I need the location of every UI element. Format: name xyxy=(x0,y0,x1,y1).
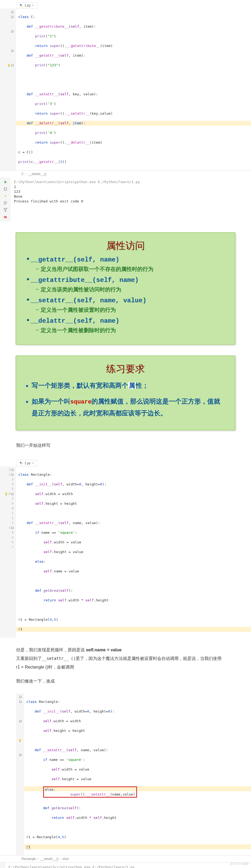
console-body[interactable]: E:\Python\learn\venv\Scripts\python.exe … xyxy=(5,863,251,868)
slide-desc: 定义当用户试图获取一个不存在的属性时的行为 xyxy=(36,266,225,273)
tab-label: 1.py xyxy=(25,461,31,465)
svg-point-1 xyxy=(21,5,23,7)
slide-item: __delattr__(self, name) xyxy=(26,317,225,324)
filter-icon[interactable] xyxy=(3,208,8,212)
console-gutter xyxy=(0,863,5,868)
svg-rect-3 xyxy=(4,216,7,218)
slide-title: 练习要求 xyxy=(26,363,225,376)
gutter: 1 2 3 4 5 💡6 7 8 9 1 1 1 3 4 4 6 7 xyxy=(0,466,16,638)
down-icon[interactable] xyxy=(3,193,8,198)
console-gutter xyxy=(0,178,11,221)
close-icon[interactable]: × xyxy=(32,3,34,7)
code-editor-2: 1 2 3 4 5 💡6 7 8 9 1 1 1 3 4 4 6 7 class… xyxy=(0,466,251,638)
article-text: 但是，我们发现是死循环，原因是说 self.name = value xyxy=(16,646,235,654)
slide-desc: 定义当一个属性被删除时的行为 xyxy=(36,327,225,334)
print-icon[interactable] xyxy=(3,215,8,219)
article-text: 我们修改一下，改成 xyxy=(16,677,235,685)
slide-attribute-access: 属性访问 __getattr__(self, name) 定义当用户试图获取一个… xyxy=(15,232,236,345)
console-cmd: E:\Python\learn\venv\Scripts\python.exe … xyxy=(9,865,248,868)
python-icon xyxy=(20,462,23,465)
slide-item: __getattr__(self, name) xyxy=(26,256,225,264)
run-icon[interactable] xyxy=(3,180,8,184)
article-text: 又重新回到了__setattr__ ()里了，因为这个魔法方法就是属性被设置时会… xyxy=(16,654,235,663)
svg-point-5 xyxy=(21,463,23,464)
python-icon xyxy=(20,4,23,7)
list-icon[interactable] xyxy=(3,200,8,206)
console-out: 1 xyxy=(14,184,248,189)
code-body[interactable]: class Rectangle: def __init__(self, widt… xyxy=(16,466,251,638)
code-body[interactable]: class Rectangle: def __init__(self, widt… xyxy=(24,693,251,855)
slide-item: 如果为一个叫square的属性赋值，那么说明这是一个正方形，值就是正方形的边长，… xyxy=(26,396,225,419)
breadcrumb: Rectangle__setattr__()else xyxy=(0,855,251,862)
code-editor-1: 💡 class C: def __getattribute__(self, it… xyxy=(0,8,251,170)
article-text: 我们一开始这样写 xyxy=(16,441,235,450)
slide-title: 属性访问 xyxy=(26,239,225,252)
gutter: 💡 xyxy=(0,8,16,170)
slide-exercise: 练习要求 写一个矩形类，默认有宽和高两个属性； 如果为一个叫square的属性赋… xyxy=(15,355,236,430)
gutter: 💡 xyxy=(16,693,24,855)
file-tab[interactable]: 1.py× xyxy=(16,460,38,466)
console-body[interactable]: E:\Python\learn\venv\Scripts\python.exe … xyxy=(11,178,251,221)
console-end: Process finished with exit code 0 xyxy=(14,199,248,204)
console-out: None xyxy=(14,194,248,199)
file-tab[interactable]: 1.py× xyxy=(16,2,38,8)
slide-desc: 定义当一个属性被设置时的行为 xyxy=(36,306,225,314)
code-body[interactable]: class C: def __getattribute__(self, item… xyxy=(16,8,251,170)
breadcrumb: C__delattr__() xyxy=(0,170,251,178)
console-cmd: E:\Python\learn\venv\Scripts\python.exe … xyxy=(14,180,248,184)
code-editor-3: 💡 class Rectangle: def __init__(self, wi… xyxy=(16,693,251,855)
tab-label: 1.py xyxy=(25,3,31,7)
slide-desc: 定义当该类的属性被访问时的行为 xyxy=(36,286,225,293)
console-out: 123 xyxy=(14,189,248,194)
highlighted-fix: else: super().__setattr__(name,value) xyxy=(43,786,137,798)
slide-item: 写一个矩形类，默认有宽和高两个属性； xyxy=(26,380,225,392)
slide-item: __getattribute__(self, name) xyxy=(26,277,225,284)
svg-rect-2 xyxy=(4,188,7,190)
stop-icon[interactable] xyxy=(3,187,8,191)
close-icon[interactable]: × xyxy=(32,461,34,465)
console-1: E:\Python\learn\venv\Scripts\python.exe … xyxy=(0,178,251,221)
console-3: E:\Python\learn\venv\Scripts\python.exe … xyxy=(0,862,251,868)
watermark: @©1CTO修改 xyxy=(230,862,249,866)
article-text: r1 = Rectangle ()时，会被调用 xyxy=(16,663,235,672)
slide-item: __setattr__(self, name, value) xyxy=(26,297,225,304)
